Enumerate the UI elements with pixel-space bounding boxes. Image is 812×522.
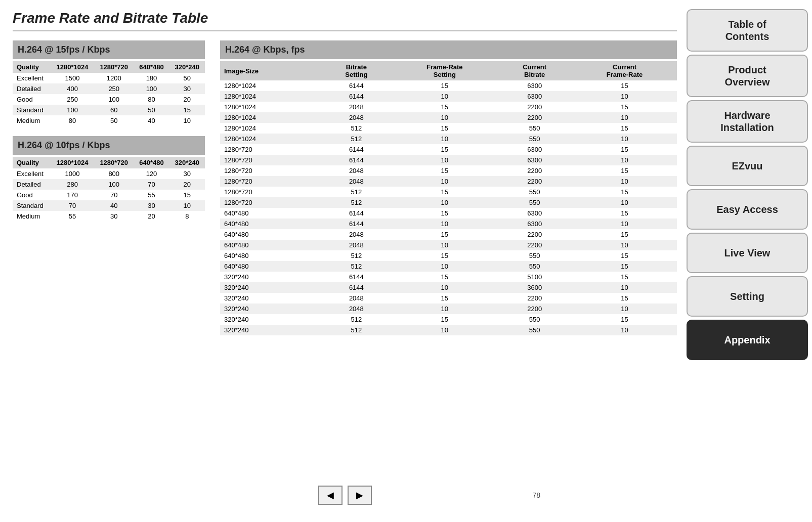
table-row: 550 bbox=[497, 250, 572, 261]
col-1280-1024-2: 1280*1024 bbox=[51, 157, 94, 168]
table-row: 60 bbox=[94, 105, 134, 115]
table-row: 2200 bbox=[497, 229, 572, 240]
table-row: 50 bbox=[94, 115, 134, 126]
table-row: 2200 bbox=[497, 112, 572, 123]
col-framerate-setting: Frame-RateSetting bbox=[392, 61, 497, 80]
sidebar-item-easy-access[interactable]: Easy Access bbox=[687, 189, 808, 230]
table-row: 70 bbox=[134, 179, 169, 190]
table-row: Detailed bbox=[13, 83, 51, 94]
table-row: 30 bbox=[169, 83, 205, 94]
table-row: 512 bbox=[320, 123, 392, 134]
table-row: 6300 bbox=[497, 80, 572, 91]
table-row: 15 bbox=[572, 250, 677, 261]
table-row: 15 bbox=[169, 190, 205, 200]
table-row: 2048 bbox=[320, 112, 392, 123]
table-row: 1280*720 bbox=[220, 197, 320, 208]
table-row: 512 bbox=[320, 187, 392, 197]
table-row: 550 bbox=[497, 325, 572, 335]
table-row: 20 bbox=[134, 211, 169, 222]
sidebar-item-setting[interactable]: Setting bbox=[687, 276, 808, 317]
table-row: 512 bbox=[320, 197, 392, 208]
sidebar-item-live-view[interactable]: Live View bbox=[687, 233, 808, 273]
table-row: 80 bbox=[51, 115, 94, 126]
table-row: 10 bbox=[392, 91, 497, 102]
table-row: 1280*720 bbox=[220, 155, 320, 165]
table-row: Medium bbox=[13, 115, 51, 126]
table-row: 40 bbox=[134, 115, 169, 126]
table-row: 10 bbox=[572, 134, 677, 144]
table-row: Medium bbox=[13, 211, 51, 222]
table-row: Excellent bbox=[13, 168, 51, 179]
table-row: 15 bbox=[572, 187, 677, 197]
table-row: 512 bbox=[320, 261, 392, 272]
table-row: 1280*720 bbox=[220, 165, 320, 176]
table-row: 70 bbox=[94, 190, 134, 200]
table-row: 640*480 bbox=[220, 261, 320, 272]
table-row: 120 bbox=[134, 168, 169, 179]
table-row: 800 bbox=[94, 168, 134, 179]
col-640-480-1: 640*480 bbox=[134, 61, 169, 73]
table-row: 15 bbox=[392, 80, 497, 91]
section-header-1: H.264 @ 15fps / Kbps bbox=[13, 40, 205, 59]
table-row: 2200 bbox=[497, 165, 572, 176]
table-row: 512 bbox=[320, 325, 392, 335]
table-row: 6300 bbox=[497, 144, 572, 155]
page-number: 78 bbox=[532, 491, 540, 499]
sidebar-item-ezvuu[interactable]: EZvuu bbox=[687, 146, 808, 186]
table-row: 15 bbox=[572, 123, 677, 134]
table-row: 10 bbox=[572, 219, 677, 229]
table-row: 550 bbox=[497, 314, 572, 325]
col-320-240-2: 320*240 bbox=[169, 157, 205, 168]
col-quality-1: Quality bbox=[13, 61, 51, 73]
table-row: 15 bbox=[572, 80, 677, 91]
table-row: 50 bbox=[134, 105, 169, 115]
table-row: 250 bbox=[51, 94, 94, 105]
table-row: Good bbox=[13, 94, 51, 105]
table-row: 15 bbox=[572, 261, 677, 272]
table-row: 10 bbox=[392, 134, 497, 144]
table-row: 1280*1024 bbox=[220, 80, 320, 91]
table-row: 320*240 bbox=[220, 325, 320, 335]
table-row: 1280*1024 bbox=[220, 91, 320, 102]
table-row: 10 bbox=[392, 325, 497, 335]
table-row: 30 bbox=[94, 211, 134, 222]
next-button[interactable]: ▶ bbox=[348, 486, 372, 505]
table-row: 1280*1024 bbox=[220, 112, 320, 123]
col-320-240-1: 320*240 bbox=[169, 61, 205, 73]
table-row: 10 bbox=[169, 200, 205, 211]
table-row: 15 bbox=[169, 105, 205, 115]
table-row: 8 bbox=[169, 211, 205, 222]
table-row: 2048 bbox=[320, 303, 392, 314]
table-row: 10 bbox=[392, 176, 497, 187]
table-row: 400 bbox=[51, 83, 94, 94]
page-title: Frame Rate and Bitrate Table bbox=[13, 10, 677, 31]
sidebar-item-hardware-installation[interactable]: HardwareInstallation bbox=[687, 100, 808, 143]
sidebar-item-product-overview[interactable]: ProductOverview bbox=[687, 55, 808, 97]
table-row: 50 bbox=[169, 73, 205, 83]
table-row: 15 bbox=[392, 165, 497, 176]
table-row: 15 bbox=[392, 272, 497, 282]
table-row: 640*480 bbox=[220, 229, 320, 240]
sidebar-item-table-of-contents[interactable]: Table ofContents bbox=[687, 9, 808, 52]
table-row: 320*240 bbox=[220, 314, 320, 325]
col-current-framerate: CurrentFrame-Rate bbox=[572, 61, 677, 80]
table-row: 1200 bbox=[94, 73, 134, 83]
table-row: 10 bbox=[572, 91, 677, 102]
table-row: 2048 bbox=[320, 165, 392, 176]
prev-button[interactable]: ◀ bbox=[318, 486, 343, 505]
table-row: 10 bbox=[572, 176, 677, 187]
sidebar-item-appendix[interactable]: Appendix bbox=[687, 320, 808, 360]
table-row: 512 bbox=[320, 134, 392, 144]
table-row: 512 bbox=[320, 314, 392, 325]
table-row: 10 bbox=[392, 219, 497, 229]
table-row: 10 bbox=[392, 261, 497, 272]
table-row: 10 bbox=[392, 240, 497, 250]
table-row: Excellent bbox=[13, 73, 51, 83]
table-row: 1000 bbox=[51, 168, 94, 179]
table-row: 6144 bbox=[320, 80, 392, 91]
table-row: 1280*1024 bbox=[220, 134, 320, 144]
table-row: 320*240 bbox=[220, 272, 320, 282]
table-row: 550 bbox=[497, 261, 572, 272]
table-row: 15 bbox=[392, 187, 497, 197]
table-row: 10 bbox=[572, 112, 677, 123]
